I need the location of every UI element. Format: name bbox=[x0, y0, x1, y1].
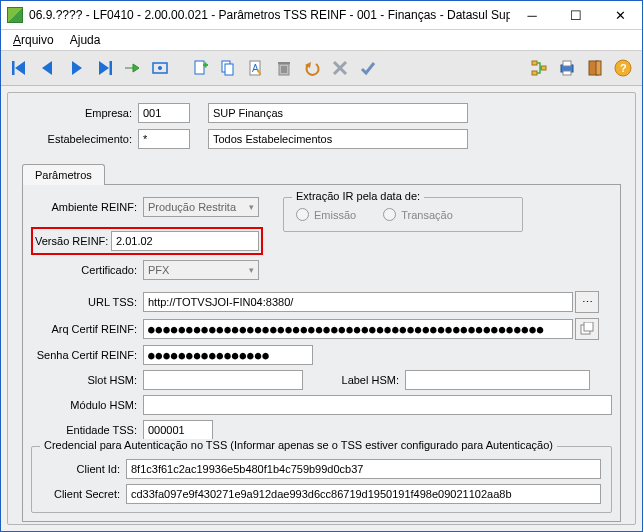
chevron-down-icon: ▾ bbox=[249, 202, 254, 212]
senha-label: Senha Certif REINF: bbox=[31, 349, 143, 361]
copy-button[interactable] bbox=[215, 55, 241, 81]
entidade-field[interactable] bbox=[143, 420, 213, 440]
url-browse-button[interactable]: ⋯ bbox=[575, 291, 599, 313]
arq-label: Arq Certif REINF: bbox=[31, 323, 143, 335]
modulo-label: Módulo HSM: bbox=[31, 399, 143, 411]
svg-rect-33 bbox=[584, 322, 593, 331]
undo-button[interactable] bbox=[299, 55, 325, 81]
estab-row: Estabelecimento: bbox=[22, 129, 621, 149]
svg-marker-3 bbox=[72, 61, 82, 75]
slot-field[interactable] bbox=[143, 370, 303, 390]
senha-field[interactable] bbox=[143, 345, 313, 365]
svg-rect-15 bbox=[278, 62, 290, 64]
svg-marker-1 bbox=[15, 61, 25, 75]
titlebar: 06.9.???? - LF0410 - 2.00.00.021 - Parâm… bbox=[1, 1, 642, 30]
clientid-field[interactable] bbox=[126, 459, 601, 479]
ambiente-select[interactable]: Produção Restrita ▾ bbox=[143, 197, 259, 217]
first-record-button[interactable] bbox=[7, 55, 33, 81]
tab-parametros[interactable]: Parâmetros bbox=[22, 164, 105, 185]
empresa-row: Empresa: bbox=[22, 103, 621, 123]
certificado-label: Certificado: bbox=[31, 264, 143, 276]
edit-button[interactable]: A bbox=[243, 55, 269, 81]
svg-marker-2 bbox=[42, 61, 52, 75]
radio-emissao[interactable]: Emissão bbox=[296, 208, 356, 221]
app-window: 06.9.???? - LF0410 - 2.00.00.021 - Parâm… bbox=[0, 0, 643, 532]
certificado-value: PFX bbox=[148, 264, 169, 276]
empresa-label: Empresa: bbox=[22, 107, 138, 119]
prev-record-button[interactable] bbox=[35, 55, 61, 81]
content-area: Empresa: Estabelecimento: Parâmetros Am bbox=[1, 86, 642, 531]
close-button[interactable]: ✕ bbox=[598, 1, 642, 29]
print-button[interactable] bbox=[554, 55, 580, 81]
minimize-button[interactable]: ─ bbox=[510, 1, 554, 29]
window-buttons: ─ ☐ ✕ bbox=[510, 1, 642, 29]
credencial-legend: Credencial para Autenticação no TSS (Inf… bbox=[40, 439, 557, 451]
confirm-button[interactable] bbox=[355, 55, 381, 81]
clientid-label: Client Id: bbox=[42, 463, 126, 475]
svg-rect-22 bbox=[532, 61, 537, 65]
exit-button[interactable] bbox=[582, 55, 608, 81]
menu-arquivo[interactable]: Arquivo bbox=[5, 31, 62, 49]
radio-icon bbox=[296, 208, 309, 221]
svg-marker-4 bbox=[99, 61, 109, 75]
svg-rect-26 bbox=[563, 61, 571, 66]
app-icon bbox=[7, 7, 23, 23]
help-button[interactable]: ? bbox=[610, 55, 636, 81]
ambiente-label: Ambiente REINF: bbox=[31, 201, 143, 213]
estab-label: Estabelecimento: bbox=[22, 133, 138, 145]
svg-rect-27 bbox=[563, 71, 571, 75]
svg-text:A: A bbox=[252, 63, 259, 74]
new-button[interactable] bbox=[187, 55, 213, 81]
credencial-group: Credencial para Autenticação no TSS (Inf… bbox=[31, 446, 612, 513]
delete-button[interactable] bbox=[271, 55, 297, 81]
tab-body: Ambiente REINF: Produção Restrita ▾ Vers… bbox=[22, 184, 621, 522]
estab-code-field[interactable] bbox=[138, 129, 190, 149]
empresa-name-field bbox=[208, 103, 468, 123]
radio-icon bbox=[383, 208, 396, 221]
goto-button[interactable] bbox=[119, 55, 145, 81]
modulo-field[interactable] bbox=[143, 395, 612, 415]
last-record-button[interactable] bbox=[91, 55, 117, 81]
svg-rect-23 bbox=[532, 71, 537, 75]
ambiente-value: Produção Restrita bbox=[148, 201, 236, 213]
versao-label: Versão REINF: bbox=[35, 235, 111, 247]
toolbar: A ? bbox=[1, 51, 642, 86]
tabstrip: Parâmetros bbox=[22, 163, 621, 184]
main-panel: Empresa: Estabelecimento: Parâmetros Am bbox=[7, 92, 636, 525]
empresa-code-field[interactable] bbox=[138, 103, 190, 123]
versao-field[interactable] bbox=[111, 231, 259, 251]
menu-ajuda[interactable]: Ajuda bbox=[62, 31, 109, 49]
url-label: URL TSS: bbox=[31, 296, 143, 308]
estab-name-field bbox=[208, 129, 468, 149]
extracao-group: Extração IR pela data de: Emissão Transa… bbox=[283, 197, 523, 232]
svg-rect-5 bbox=[110, 61, 113, 75]
tree-button[interactable] bbox=[526, 55, 552, 81]
maximize-button[interactable]: ☐ bbox=[554, 1, 598, 29]
versao-highlight: Versão REINF: bbox=[31, 227, 263, 255]
window-title: 06.9.???? - LF0410 - 2.00.00.021 - Parâm… bbox=[29, 8, 510, 22]
arq-browse-button[interactable] bbox=[575, 318, 599, 340]
entidade-label: Entidade TSS: bbox=[31, 424, 143, 436]
svg-rect-8 bbox=[195, 61, 204, 74]
menubar: Arquivo Ajuda bbox=[1, 30, 642, 51]
labelhsm-field[interactable] bbox=[405, 370, 590, 390]
extracao-legend: Extração IR pela data de: bbox=[292, 190, 424, 202]
svg-rect-29 bbox=[596, 61, 601, 75]
arq-field[interactable] bbox=[143, 319, 573, 339]
search-button[interactable] bbox=[147, 55, 173, 81]
secret-label: Client Secret: bbox=[42, 488, 126, 500]
secret-field[interactable] bbox=[126, 484, 601, 504]
radio-emissao-label: Emissão bbox=[314, 209, 356, 221]
chevron-down-icon: ▾ bbox=[249, 265, 254, 275]
labelhsm-label: Label HSM: bbox=[331, 374, 405, 386]
cancel-button[interactable] bbox=[327, 55, 353, 81]
svg-rect-0 bbox=[12, 61, 15, 75]
certificado-select[interactable]: PFX ▾ bbox=[143, 260, 259, 280]
svg-point-7 bbox=[158, 66, 162, 70]
url-field[interactable] bbox=[143, 292, 573, 312]
next-record-button[interactable] bbox=[63, 55, 89, 81]
svg-rect-10 bbox=[225, 64, 233, 75]
radio-transacao[interactable]: Transação bbox=[383, 208, 453, 221]
slot-label: Slot HSM: bbox=[31, 374, 143, 386]
radio-transacao-label: Transação bbox=[401, 209, 453, 221]
